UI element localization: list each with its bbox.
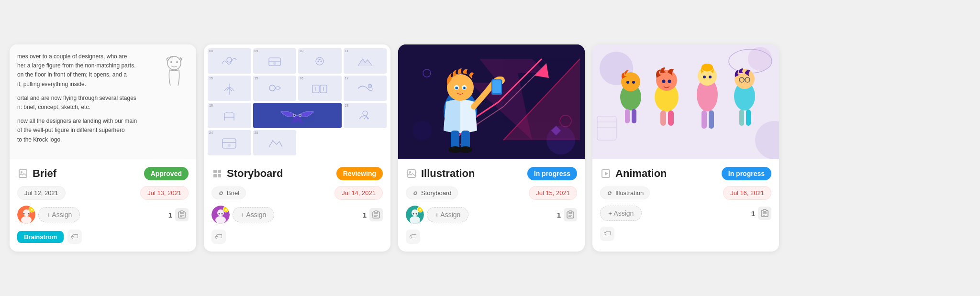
svg-point-44	[219, 213, 220, 215]
card-assign-row-illustration: ★ + Assign 1	[406, 206, 577, 224]
bookmark-icon-brief[interactable]: 🏷	[67, 230, 82, 244]
svg-rect-70	[492, 80, 501, 93]
svg-point-29	[368, 84, 372, 88]
card-meta-animation: Illustration Jul 16, 2021	[600, 186, 771, 200]
assign-button-storyboard[interactable]: + Assign	[233, 207, 274, 222]
storyboard-cell-9: 18	[208, 103, 251, 128]
svg-point-8	[23, 213, 25, 215]
linked-task-label-storyboard: Brief	[227, 189, 240, 197]
date-start-brief: Jul 12, 2021	[17, 186, 66, 200]
svg-point-45	[222, 213, 223, 215]
svg-rect-104	[668, 110, 674, 126]
task-count-brief: 1	[168, 208, 189, 221]
link-chip-illustration: Storyboard	[406, 186, 458, 199]
assign-button-animation[interactable]: + Assign	[600, 206, 642, 221]
date-due-brief: Jul 13, 2021	[140, 186, 189, 200]
date-due-storyboard: Jul 14, 2021	[334, 186, 383, 200]
svg-point-43	[215, 216, 226, 224]
svg-rect-117	[739, 110, 744, 126]
storyboard-cell-3: 10	[298, 48, 342, 74]
assign-button-illustration[interactable]: + Assign	[427, 207, 468, 222]
date-due-animation: Jul 16, 2021	[723, 186, 771, 200]
assign-left-animation: + Assign	[600, 206, 642, 221]
task-count-icon-illustration	[564, 208, 577, 221]
bookmark-icon-illustration[interactable]: 🏷	[406, 230, 420, 244]
task-count-animation: 1	[751, 207, 771, 220]
svg-point-32	[294, 115, 295, 116]
brief-illustration	[160, 55, 189, 83]
status-badge-brief: Approved	[144, 167, 189, 180]
task-count-icon-brief	[175, 208, 189, 221]
svg-point-2	[176, 61, 178, 63]
svg-point-17	[227, 57, 232, 62]
assign-left-illustration: ★ + Assign	[406, 206, 468, 224]
svg-rect-111	[709, 110, 714, 129]
svg-point-79	[413, 213, 414, 215]
svg-point-19	[273, 62, 276, 65]
card-tags-storyboard: 🏷	[212, 230, 383, 244]
card-body-illustration: Illustration In progress Storyboard Jul …	[398, 159, 585, 252]
card-assign-row-animation: + Assign 1	[600, 206, 771, 221]
svg-rect-110	[702, 110, 707, 129]
storyboard-grid: 08 09 10 11 15	[204, 44, 390, 159]
svg-rect-40	[218, 174, 221, 177]
brief-text: mes over to a couple of designers, who a…	[17, 52, 155, 149]
svg-rect-52	[375, 211, 378, 213]
date-due-illustration: Jul 15, 2021	[529, 186, 577, 200]
card-header-animation: Animation In progress	[600, 167, 771, 180]
tag-brainstorm[interactable]: Brainstrom	[17, 231, 64, 243]
card-tags-brief: Brainstrom 🏷	[17, 230, 189, 244]
svg-point-55	[412, 121, 432, 140]
svg-text:★: ★	[224, 208, 227, 211]
card-title-animation: Animation	[615, 167, 667, 180]
task-count-icon-storyboard	[369, 208, 383, 221]
card-tags-animation: 🏷	[600, 227, 771, 241]
svg-rect-16	[180, 211, 183, 213]
storyboard-cell-2: 09	[253, 48, 297, 74]
storyboard-cell-10: 23	[344, 103, 387, 128]
card-title-group-animation: Animation	[600, 167, 667, 180]
grid-icon	[212, 168, 223, 179]
card-header-brief: Brief Approved	[17, 167, 189, 180]
svg-rect-39	[213, 174, 217, 177]
thumbnail-storyboard: 08 09 10 11 15	[204, 44, 390, 159]
task-count-icon-animation	[758, 207, 771, 220]
svg-point-0	[167, 56, 181, 70]
status-badge-animation: In progress	[722, 167, 771, 180]
svg-rect-37	[213, 170, 217, 173]
kanban-board: mes over to a couple of designers, who a…	[5, 40, 975, 256]
card-body-storyboard: Storyboard Reviewing Brief Jul 14, 2021	[204, 159, 390, 252]
svg-point-20	[316, 57, 323, 65]
card-storyboard: 08 09 10 11 15	[204, 44, 390, 252]
assign-button-brief[interactable]: + Assign	[38, 207, 80, 222]
svg-point-96	[632, 81, 635, 84]
task-count-illustration: 1	[557, 208, 577, 221]
svg-point-36	[228, 144, 231, 147]
svg-point-78	[410, 216, 420, 224]
card-title-group-brief: Brief	[17, 167, 56, 180]
avatar-illustration: ★	[406, 206, 424, 224]
bookmark-icon-storyboard[interactable]: 🏷	[212, 230, 226, 244]
card-title-group-storyboard: Storyboard	[212, 167, 283, 180]
svg-point-62	[457, 88, 458, 89]
linked-task-label-illustration: Storyboard	[421, 189, 452, 197]
card-title-storyboard: Storyboard	[227, 167, 283, 180]
svg-point-63	[464, 88, 466, 89]
svg-rect-3	[19, 170, 27, 177]
link-chip-animation: Illustration	[600, 186, 650, 199]
svg-rect-87	[569, 211, 572, 213]
storyboard-cell-6: 15	[253, 76, 297, 101]
storyboard-cell-1: 08	[208, 48, 251, 74]
svg-point-24	[269, 85, 275, 91]
card-assign-row-storyboard: ★ + Assign 1	[212, 206, 383, 224]
svg-point-1	[170, 61, 172, 63]
play-icon	[600, 168, 612, 179]
thumbnail-animation	[592, 44, 779, 159]
card-title-illustration: Illustration	[421, 167, 475, 180]
link-chip-storyboard: Brief	[212, 186, 246, 199]
svg-marker-123	[605, 172, 608, 175]
illustration-art	[398, 44, 585, 159]
bookmark-icon-animation[interactable]: 🏷	[600, 227, 614, 241]
card-animation: Animation In progress Illustration Jul 1…	[592, 44, 779, 252]
task-count-storyboard: 1	[363, 208, 383, 221]
